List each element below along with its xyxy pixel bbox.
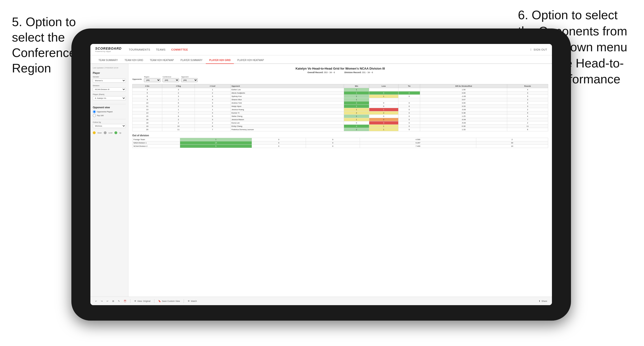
table-row: 9 1 4 Sharon Mun 1 3.67 3 (132, 98, 548, 101)
nav-divider-icon: | (530, 48, 531, 51)
subnav-team-h2h-grid[interactable]: TEAM H2H GRID (121, 57, 146, 64)
tablet-screen: SCOREBOARD Powered by clippd TOURNAMENTS… (90, 44, 552, 305)
gender-select[interactable]: Women's (93, 79, 126, 83)
dot-up-label: Up (119, 132, 121, 134)
undo2-btn[interactable]: ↪ (101, 300, 103, 302)
conference-filter-group: Conference (All) (162, 76, 179, 82)
table-row: 10 6 3 Andrea York 2 0 0 4.00 4 (132, 101, 548, 105)
overall-record-label: Overall Record: 353 - 34 - 6 (307, 71, 335, 74)
subnav-player-h2h-grid[interactable]: PLAYER H2H GRID (206, 57, 234, 64)
redo-btn[interactable]: ↩ (106, 300, 108, 302)
toolbar-divider-2 (154, 299, 154, 303)
dot-level-label: Level (108, 132, 112, 134)
colour-by-select[interactable]: Win/loss (93, 124, 126, 128)
region-label: Region (144, 76, 160, 78)
player-section-title: Player (93, 72, 126, 74)
crop-btn[interactable]: ⊞ (112, 300, 114, 302)
dot-down (93, 131, 96, 134)
view-original-btn[interactable]: 👁 View: Original (134, 300, 150, 302)
last-updated: Last Updated: 27/03/2024 10:34 (93, 67, 126, 69)
sign-out-link[interactable]: Sign out (534, 47, 547, 52)
colour-by-label: Colour by (93, 121, 126, 123)
share-icon: ⬆ (538, 300, 540, 302)
logo-area: SCOREBOARD Powered by clippd (95, 46, 122, 52)
division-select[interactable]: NCAA Division III (93, 87, 126, 91)
ood-table: Foreign Team 1 0 0 4.500 2 NAIA Division… (132, 138, 548, 148)
dot-level (104, 131, 106, 134)
toolbar-divider-3 (184, 299, 184, 303)
undo-btn[interactable]: ↩ (95, 300, 97, 302)
table-row: 16 2 3 Jessica Mason 1 2 0 -0.94 7 (132, 118, 548, 121)
nav-right: | Sign out (530, 47, 547, 52)
logo-sub: Powered by clippd (95, 50, 110, 52)
table-row: 19 10 6 Emily Chang 4 1 0 0.30 11 (132, 125, 548, 128)
logo-text: SCOREBOARD (95, 46, 122, 50)
main-panel: Katelyn Vo Head-to-Head Grid for Women's… (128, 64, 552, 297)
subnav-team-summary[interactable]: TEAM SUMMARY (95, 57, 121, 64)
nav-links: TOURNAMENTS TEAMS COMMITTEE (129, 47, 524, 52)
table-row: 15 8 5 Stella Cheng 1 0 0 1.25 4 (132, 115, 548, 118)
opponent-label: Opponent (181, 76, 198, 78)
subnav-team-h2h-heatmap[interactable]: TEAM H2H HEATMAP (146, 57, 177, 64)
nav-teams[interactable]: TEAMS (156, 47, 165, 52)
conference-select[interactable]: (All) (162, 78, 179, 82)
opponent-view-label: Opponent view (93, 106, 126, 109)
radio-top-100[interactable]: Top 100 (93, 114, 126, 117)
gender-label: Gender (93, 76, 126, 78)
player-rank-select[interactable]: 8. Katelyn Vo (93, 96, 126, 100)
dot-down-label: Down (98, 132, 102, 134)
sub-nav: TEAM SUMMARY TEAM H2H GRID TEAM H2H HEAT… (90, 55, 552, 64)
nav-committee[interactable]: COMMITTEE (171, 47, 188, 52)
col-rounds: Rounds (507, 84, 548, 88)
watch-icon: 👁 (188, 300, 190, 302)
table-row: 5 2 2 Alexis Sudjianto 1 0 0 4.00 3 (132, 91, 548, 95)
table-row: 3 3 1 Esther Lee 1 1.50 4 (132, 88, 548, 91)
division-record-label: Division Record: 331 - 34 - 6 (344, 71, 373, 74)
table-row: Foreign Team 1 0 0 4.500 2 (132, 138, 548, 141)
subnav-player-summary[interactable]: PLAYER SUMMARY (177, 57, 206, 64)
region-filter-group: Region (All) (144, 76, 160, 82)
col-conf: # Conf (194, 84, 230, 88)
eye-icon: 👁 (134, 300, 136, 302)
out-of-division-title: Out of division (132, 134, 548, 137)
dot-up (114, 131, 117, 134)
tablet-device: SCOREBOARD Powered by clippd TOURNAMENTS… (71, 28, 571, 321)
col-div: # Div (132, 84, 162, 88)
bookmark-icon: 🔖 (158, 300, 161, 302)
table-row: NAIA Division 1 15 0 0 9.267 30 (132, 141, 548, 145)
table-row: 20 11 7 Federica Domecq Lacroze 2 1 0 1.… (132, 128, 548, 131)
top-nav: SCOREBOARD Powered by clippd TOURNAMENTS… (90, 44, 552, 55)
records-row: Overall Record: 353 - 34 - 6 Division Re… (132, 71, 548, 74)
colour-legend: Down Level Up (93, 131, 126, 134)
opponents-filter-label: Opponents: (132, 78, 142, 80)
col-loss: Loss (369, 84, 398, 88)
table-row: 6 3 3 Sydney Kuo 1 1 0 -1.00 3 (132, 95, 548, 98)
watch-btn[interactable]: 👁 Watch (188, 300, 197, 302)
region-select[interactable]: (All) (144, 78, 160, 82)
h2h-table: # Div # Reg # Conf Opponent Win Loss Tie… (132, 84, 548, 131)
opponent-filter-group: Opponent (All) (181, 76, 198, 82)
col-win: Win (344, 84, 369, 88)
opponent-select[interactable]: (All) (181, 78, 198, 82)
table-row: 18 2 2 Euna Lee 0 3 0 -5.00 2 (132, 121, 548, 125)
bottom-toolbar: ↩ ↪ ↩ ⊞ ✎ ⏰ 👁 View: Original 🔖 Save Cust… (90, 297, 552, 305)
col-reg: # Reg (162, 84, 195, 88)
pencil-btn[interactable]: ✎ (118, 300, 120, 302)
table-row: NCAA Division 2 5 0 0 7.400 10 (132, 145, 548, 148)
clock-btn[interactable]: ⏰ (124, 300, 126, 302)
player-rank-label: Player (Rank) (93, 93, 126, 95)
conference-label: Conference (162, 76, 179, 78)
radio-opponents-played[interactable]: Opponents Played (93, 110, 126, 113)
save-custom-btn[interactable]: 🔖 Save Custom View (158, 300, 180, 302)
sidebar: Last Updated: 27/03/2024 10:34 Player Ge… (90, 64, 128, 297)
col-tie: Tie (398, 84, 420, 88)
grid-title: Katelyn Vo Head-to-Head Grid for Women's… (132, 67, 548, 70)
filter-row: Opponents: Region (All) Conference (All) (132, 76, 548, 82)
subnav-player-h2h-heatmap[interactable]: PLAYER H2H HEATMAP (234, 57, 267, 64)
table-row: 13 1 1 Jessica Huang 1 1 0 -3.00 2 (132, 108, 548, 111)
nav-tournaments[interactable]: TOURNAMENTS (129, 47, 150, 52)
share-btn[interactable]: ⬆ Share (538, 300, 547, 302)
table-row: 11 2 5 Heejo Hyun 1 0 0 3.33 3 (132, 105, 548, 108)
division-label: Division (93, 85, 126, 87)
col-opponent: Opponent (230, 84, 344, 88)
